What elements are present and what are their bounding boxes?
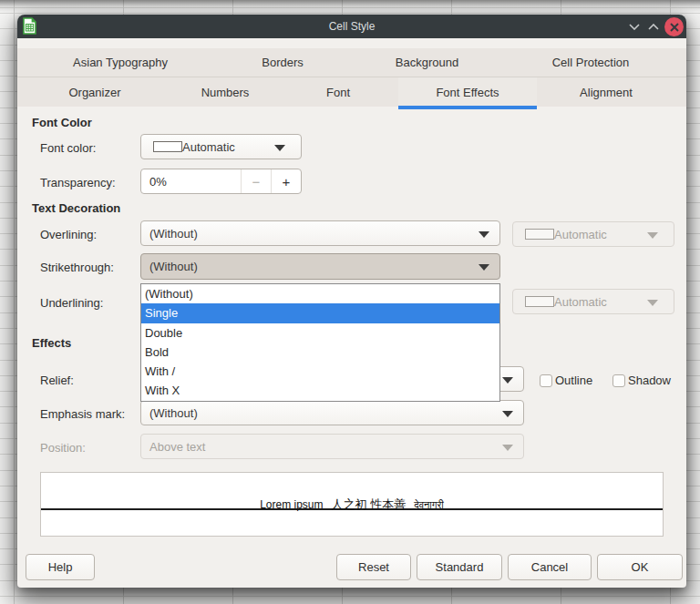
- section-heading-text-decoration: Text Decoration: [32, 201, 120, 215]
- strikethrough-option[interactable]: Bold: [141, 343, 499, 362]
- preview-text-asian: 人之初 性本善: [332, 497, 407, 511]
- outline-checkbox-row[interactable]: Outline: [540, 374, 592, 387]
- tab-bar: Asian Typography Borders Background Cell…: [17, 48, 686, 107]
- transparency-label: Transparency:: [40, 176, 116, 189]
- tab-label: Font: [326, 86, 350, 99]
- strikethrough-option[interactable]: With X: [141, 381, 499, 400]
- position-label: Position:: [40, 441, 86, 455]
- titlebar[interactable]: Cell Style: [17, 15, 686, 38]
- libreoffice-calc-icon: [23, 17, 36, 35]
- emphasis-mark-label: Emphasis mark:: [40, 407, 125, 421]
- overlining-value: (Without): [149, 227, 198, 241]
- tab-label: Numbers: [201, 86, 250, 99]
- tab-font-effects[interactable]: Font Effects: [398, 77, 537, 107]
- tab-label: Background: [396, 56, 458, 69]
- strikethrough-option[interactable]: Single: [141, 303, 499, 322]
- overlining-label: Overlining:: [40, 228, 97, 241]
- strikethrough-options-list: (Without)SingleDoubleBoldWith /With X: [140, 283, 500, 402]
- outline-checkbox-label: Outline: [555, 374, 592, 387]
- shade-button[interactable]: [626, 18, 643, 35]
- ok-button[interactable]: OK: [597, 554, 683, 580]
- tab-row-2: Organizer Numbers Font Font Effects Alig…: [17, 77, 686, 107]
- strikethrough-option[interactable]: With /: [141, 362, 499, 381]
- cell-style-dialog: Cell Style Asian Typography Borders Back…: [17, 15, 686, 588]
- dropdown-arrow-icon: [479, 264, 489, 271]
- close-button[interactable]: [664, 17, 684, 36]
- tab-label: Asian Typography: [73, 56, 168, 69]
- font-color-label: Font color:: [40, 141, 96, 155]
- tab-alignment[interactable]: Alignment: [537, 77, 675, 107]
- close-icon: [669, 22, 680, 33]
- dropdown-arrow-icon: [502, 411, 513, 417]
- dropdown-arrow-icon: [274, 145, 285, 151]
- font-color-value: Automatic: [182, 140, 235, 154]
- tab-background[interactable]: Background: [342, 48, 512, 77]
- reset-button[interactable]: Reset: [336, 554, 411, 580]
- strikethrough-option[interactable]: Double: [141, 323, 499, 343]
- relief-label: Relief:: [40, 374, 74, 387]
- shadow-checkbox[interactable]: [612, 374, 625, 387]
- overlining-dropdown[interactable]: (Without): [140, 220, 500, 246]
- emphasis-mark-dropdown[interactable]: (Without): [140, 400, 524, 425]
- dropdown-arrow-icon: [502, 445, 513, 451]
- chevron-down-icon: [629, 24, 640, 30]
- tab-numbers[interactable]: Numbers: [172, 77, 278, 107]
- emphasis-mark-value: (Without): [149, 406, 198, 420]
- tab-label: Borders: [262, 56, 304, 69]
- underlining-label: Underlining:: [40, 296, 103, 310]
- tab-font[interactable]: Font: [278, 77, 398, 107]
- overlining-color-dropdown[interactable]: Automatic: [512, 221, 674, 247]
- transparency-decrement-button[interactable]: −: [241, 169, 271, 193]
- tab-asian-typography[interactable]: Asian Typography: [17, 48, 223, 77]
- help-button[interactable]: Help: [26, 554, 95, 580]
- window-title: Cell Style: [17, 20, 686, 33]
- preview-text-ctl: देवनागरी: [414, 499, 444, 510]
- underlining-color-value: Automatic: [554, 295, 607, 309]
- selected-tab-underline: [398, 106, 537, 109]
- section-heading-effects: Effects: [32, 336, 71, 350]
- preview-box: Lorem ipsum人之初 性本善देवनागरी: [40, 472, 664, 537]
- shadow-checkbox-row[interactable]: Shadow: [612, 374, 671, 387]
- dropdown-arrow-icon: [502, 377, 513, 384]
- outline-checkbox[interactable]: [540, 374, 552, 387]
- tab-label: Font Effects: [436, 86, 499, 99]
- cancel-button[interactable]: Cancel: [508, 554, 592, 580]
- strikethrough-label: Strikethrough:: [40, 261, 114, 274]
- tab-cell-protection[interactable]: Cell Protection: [512, 48, 669, 77]
- background-spreadsheet-shade: [0, 0, 700, 14]
- overlining-color-value: Automatic: [554, 228, 607, 241]
- dropdown-arrow-icon: [479, 231, 489, 238]
- color-swatch: [525, 229, 554, 240]
- position-dropdown[interactable]: Above text: [140, 434, 524, 459]
- chevron-up-icon: [648, 24, 659, 30]
- shadow-checkbox-label: Shadow: [628, 374, 671, 387]
- dropdown-arrow-icon: [647, 232, 658, 239]
- transparency-spinbox[interactable]: 0% − +: [140, 169, 302, 194]
- strikethrough-value: (Without): [149, 260, 198, 273]
- section-heading-font-color: Font Color: [32, 116, 92, 129]
- tab-label: Alignment: [580, 86, 633, 99]
- color-swatch: [153, 141, 182, 152]
- strikethrough-dropdown[interactable]: (Without): [140, 253, 500, 280]
- font-color-dropdown[interactable]: Automatic: [140, 134, 302, 159]
- tab-label: Cell Protection: [552, 56, 630, 69]
- transparency-value: 0%: [141, 175, 241, 189]
- transparency-increment-button[interactable]: +: [271, 169, 301, 193]
- dropdown-arrow-icon: [647, 300, 658, 306]
- strikethrough-option[interactable]: (Without): [141, 284, 499, 303]
- preview-text-western: Lorem ipsum: [260, 498, 323, 511]
- tab-label: Organizer: [68, 86, 120, 99]
- tab-row-1: Asian Typography Borders Background Cell…: [17, 48, 686, 77]
- unshade-button[interactable]: [645, 18, 662, 35]
- tab-organizer[interactable]: Organizer: [17, 77, 172, 107]
- underlining-color-dropdown[interactable]: Automatic: [512, 289, 674, 314]
- tab-borders[interactable]: Borders: [223, 48, 342, 77]
- color-swatch: [525, 296, 554, 307]
- preview-text: Lorem ipsum人之初 性本善देवनागरी: [41, 497, 663, 513]
- position-value: Above text: [149, 440, 205, 454]
- standard-button[interactable]: Standard: [417, 554, 502, 580]
